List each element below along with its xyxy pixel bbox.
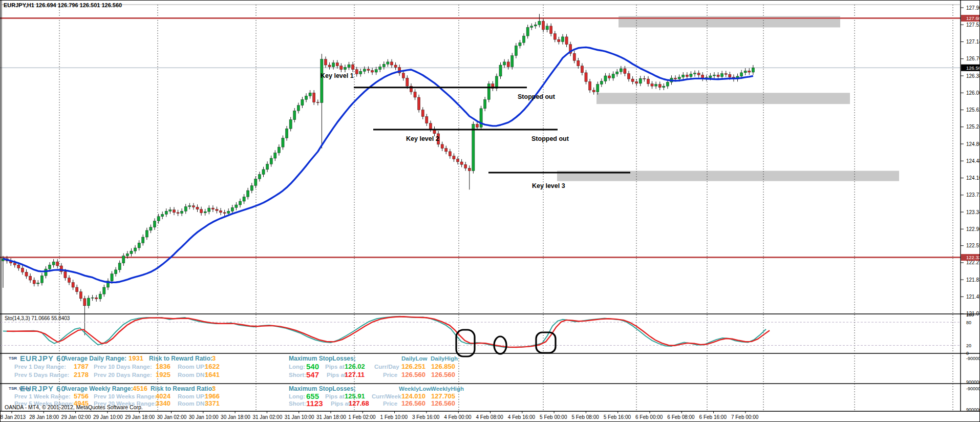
indicator-tag-daily: TSR xyxy=(9,355,17,362)
daily-high-header: DailyHigh xyxy=(431,355,458,362)
time-label: 5 Feb 16:00 xyxy=(604,414,631,420)
mt4-chart-window: 127.900127.520127.140126.760126.380126.0… xyxy=(0,0,980,422)
panel-separators xyxy=(1,1,980,413)
svg-text:125.240: 125.240 xyxy=(966,124,980,130)
prev-1week-range-label: Prev 1 Week Range: xyxy=(14,393,71,400)
svg-text:127.520: 127.520 xyxy=(966,22,980,28)
curr-day-label: Curr/Day xyxy=(374,363,399,370)
chart-title-overlay: EURJPY,H1 126.694 126.796 126.501 126.56… xyxy=(4,2,122,8)
stochastic-panel xyxy=(1,316,961,347)
svg-text:127.665: 127.665 xyxy=(966,15,980,21)
time-label: 3 Feb 16:00 xyxy=(412,414,439,420)
time-label: 1 Feb 02:00 xyxy=(348,414,375,420)
symbol-timeframe-daily: EURJPY 60 xyxy=(20,355,66,362)
prev-20days-range-label: Prev 20 Days Range: xyxy=(94,371,152,378)
prev-5days-range-value: 2178 xyxy=(74,371,89,378)
svg-text:122.960: 122.960 xyxy=(966,226,980,232)
svg-text:126.000: 126.000 xyxy=(966,90,980,96)
short-pips-weekly: 1123 xyxy=(306,400,323,407)
time-label: 5 Feb 00:00 xyxy=(540,414,567,420)
long-pips-at-label-daily: Pips at xyxy=(325,363,345,370)
long-price-daily: 126.02 xyxy=(345,363,365,370)
long-label-weekly: Long: xyxy=(289,393,305,400)
avg-weekly-range-label: Average Weekly Range: xyxy=(63,385,133,392)
price-axis[interactable]: 127.900127.520127.140126.760126.380126.0… xyxy=(961,5,980,412)
prev-5days-range-label: Prev 5 Days Range: xyxy=(14,371,69,378)
prev-1day-range-label: Prev 1 Day Range: xyxy=(14,363,66,370)
price-label-daily: Price xyxy=(383,371,397,378)
stopped-out-text-1[interactable]: Stopped out xyxy=(518,93,555,100)
stochastic-label: Sto(14,3,3) 71.0666 55.8403 xyxy=(5,315,70,321)
short-label-daily: Short: xyxy=(289,371,306,378)
price-high-weekly: 126.560 xyxy=(431,400,455,407)
svg-text:9000000: 9000000 xyxy=(966,379,980,385)
time-label: 31 Jan 10:00 xyxy=(285,414,314,420)
stochastic-main-line xyxy=(3,316,766,347)
svg-text:80: 80 xyxy=(966,320,971,325)
time-label: 6 Feb 00:00 xyxy=(635,414,663,420)
svg-text:121.450: 121.450 xyxy=(966,294,980,300)
time-label: 28 Jan 18:00 xyxy=(29,414,59,420)
svg-text:124.480: 124.480 xyxy=(966,158,980,164)
short-label-weekly: Short: xyxy=(289,400,306,407)
svg-text:126.380: 126.380 xyxy=(966,73,980,79)
time-label: 6 Feb 16:00 xyxy=(699,414,727,420)
time-label: 1 Feb 10:00 xyxy=(380,414,408,420)
weekly-low-header: WeeklyLow xyxy=(399,385,431,392)
short-pips-at-label-weekly: Pips at xyxy=(331,400,350,407)
key-level-2-text[interactable]: Key level 2 xyxy=(406,135,439,142)
prev-1week-range-value: 5756 xyxy=(74,393,89,400)
room-up-label-daily: Room UP: xyxy=(178,363,206,370)
time-label: 29 Jan 10:00 xyxy=(93,414,123,420)
svg-text:126.760: 126.760 xyxy=(966,56,980,61)
long-pips-at-label-weekly: Pips at xyxy=(325,393,345,400)
curr-week-high: 127.705 xyxy=(431,393,455,400)
stopped-out-text-2[interactable]: Stopped out xyxy=(531,135,569,142)
room-dn-label-weekly: Room DN: xyxy=(178,400,206,407)
svg-text:0: 0 xyxy=(966,351,969,356)
svg-text:124.860: 124.860 xyxy=(966,141,980,147)
prev-10weeks-range-value: 4024 xyxy=(156,393,171,400)
horizontal-price-lines[interactable] xyxy=(1,18,961,258)
max-stoplosses-label-weekly: Maximum StopLosses; xyxy=(289,385,356,392)
time-label: 29 Jan 18:00 xyxy=(125,414,155,420)
prev-10weeks-range-label: Prev 10 Weeks Range: xyxy=(94,393,157,400)
svg-text:127.140: 127.140 xyxy=(966,39,980,45)
time-label: 28 Jan 2013 xyxy=(0,414,26,420)
svg-text:125.620: 125.620 xyxy=(966,107,980,113)
price-label-weekly: Price xyxy=(383,400,397,407)
max-stoplosses-label-daily: Maximum StopLosses; xyxy=(289,355,356,362)
time-label: 5 Feb 08:00 xyxy=(571,414,599,420)
price-low-daily: 126.560 xyxy=(401,371,425,378)
key-level-3-text[interactable]: Key level 3 xyxy=(532,182,565,189)
prev-10days-range-value: 1836 xyxy=(156,363,171,370)
short-price-weekly: 127.68 xyxy=(349,400,369,407)
svg-text:9000000: 9000000 xyxy=(966,407,980,412)
time-label: 31 Jan 18:00 xyxy=(316,414,346,420)
time-label: 30 Jan 18:00 xyxy=(221,414,250,420)
long-label-daily: Long: xyxy=(289,363,305,370)
time-label: 4 Feb 00:00 xyxy=(444,414,471,420)
short-price-daily: 127.11 xyxy=(345,371,365,378)
svg-text:20: 20 xyxy=(966,343,971,348)
svg-text:-9000000: -9000000 xyxy=(966,356,980,361)
room-up-value-weekly: 1966 xyxy=(205,393,220,400)
gray-zone-rectangles[interactable] xyxy=(557,16,899,181)
chart-canvas[interactable]: 127.900127.520127.140126.760126.380126.0… xyxy=(1,1,980,422)
time-label: 30 Jan 10:00 xyxy=(189,414,219,420)
prev-1day-range-value: 1787 xyxy=(74,363,89,370)
svg-text:122.590: 122.590 xyxy=(966,243,980,248)
prev-20weeks-range-value: 3340 xyxy=(156,400,171,407)
key-level-1-text[interactable]: Key level 1 xyxy=(321,72,354,79)
time-label: 6 Feb 08:00 xyxy=(667,414,694,420)
room-dn-value-weekly: 3371 xyxy=(205,400,220,407)
price-low-weekly: 126.560 xyxy=(401,400,425,407)
long-price-weekly: 125.91 xyxy=(345,393,365,400)
curr-day-low: 126.251 xyxy=(401,363,425,370)
prev-20days-range-value: 1925 xyxy=(156,371,171,378)
daily-low-header: DailyLow xyxy=(401,355,427,362)
risk-reward-value-daily: 3 xyxy=(212,355,216,362)
key-level-lines[interactable] xyxy=(354,88,630,173)
curr-day-high: 126.850 xyxy=(431,363,455,370)
stochastic-signal-line xyxy=(7,316,770,347)
